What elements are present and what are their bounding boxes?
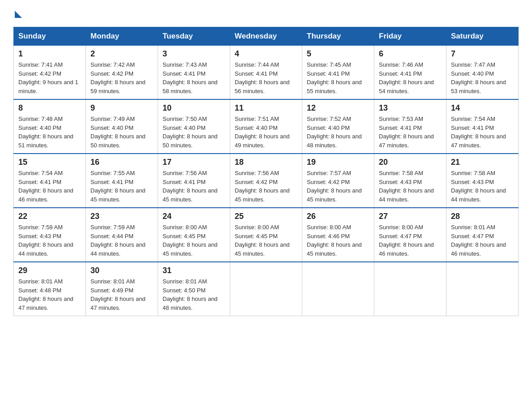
calendar-cell: 31Sunrise: 8:01 AMSunset: 4:50 PMDayligh… [158, 262, 230, 316]
day-info: Sunrise: 7:50 AMSunset: 4:40 PMDaylight:… [163, 115, 225, 150]
column-header-friday: Friday [374, 27, 446, 46]
day-info: Sunrise: 7:59 AMSunset: 4:43 PMDaylight:… [18, 223, 81, 258]
day-info: Sunrise: 7:53 AMSunset: 4:41 PMDaylight:… [379, 115, 442, 150]
day-number: 20 [379, 158, 442, 167]
calendar-cell: 1Sunrise: 7:41 AMSunset: 4:42 PMDaylight… [14, 46, 86, 100]
day-number: 9 [90, 103, 153, 113]
day-info: Sunrise: 7:54 AMSunset: 4:41 PMDaylight:… [18, 169, 81, 204]
day-number: 13 [379, 103, 442, 113]
calendar-cell: 9Sunrise: 7:49 AMSunset: 4:40 PMDaylight… [86, 99, 158, 154]
day-info: Sunrise: 7:44 AMSunset: 4:41 PMDaylight:… [235, 60, 297, 95]
day-number: 4 [235, 49, 297, 59]
day-number: 19 [307, 158, 369, 167]
day-number: 25 [235, 212, 297, 221]
calendar-cell: 6Sunrise: 7:46 AMSunset: 4:41 PMDaylight… [374, 46, 446, 100]
day-number: 14 [451, 103, 514, 113]
calendar-cell: 16Sunrise: 7:55 AMSunset: 4:41 PMDayligh… [86, 154, 158, 208]
day-number: 6 [379, 49, 442, 59]
day-info: Sunrise: 7:56 AMSunset: 4:41 PMDaylight:… [163, 169, 225, 204]
calendar-cell: 11Sunrise: 7:51 AMSunset: 4:40 PMDayligh… [230, 99, 302, 154]
day-number: 7 [451, 49, 514, 59]
calendar-cell [230, 262, 302, 316]
day-number: 15 [18, 158, 81, 167]
column-header-wednesday: Wednesday [230, 27, 302, 46]
day-number: 17 [163, 158, 225, 167]
column-header-monday: Monday [86, 27, 158, 46]
day-number: 8 [18, 103, 81, 113]
day-info: Sunrise: 7:55 AMSunset: 4:41 PMDaylight:… [90, 169, 153, 204]
calendar-cell: 21Sunrise: 7:58 AMSunset: 4:43 PMDayligh… [446, 154, 519, 208]
day-number: 22 [18, 212, 81, 221]
day-info: Sunrise: 7:48 AMSunset: 4:40 PMDaylight:… [18, 115, 81, 150]
calendar-cell: 18Sunrise: 7:56 AMSunset: 4:42 PMDayligh… [230, 154, 302, 208]
day-info: Sunrise: 7:59 AMSunset: 4:44 PMDaylight:… [90, 223, 153, 258]
logo [13, 9, 22, 18]
page-header [13, 9, 519, 18]
day-info: Sunrise: 8:01 AMSunset: 4:48 PMDaylight:… [18, 277, 81, 312]
day-info: Sunrise: 7:52 AMSunset: 4:40 PMDaylight:… [307, 115, 369, 150]
logo-arrow-icon [15, 11, 22, 18]
calendar-cell: 14Sunrise: 7:54 AMSunset: 4:41 PMDayligh… [446, 99, 519, 154]
calendar-cell: 24Sunrise: 8:00 AMSunset: 4:45 PMDayligh… [158, 208, 230, 262]
column-header-saturday: Saturday [446, 27, 519, 46]
calendar-cell [302, 262, 374, 316]
calendar-cell: 13Sunrise: 7:53 AMSunset: 4:41 PMDayligh… [374, 99, 446, 154]
day-info: Sunrise: 7:58 AMSunset: 4:43 PMDaylight:… [379, 169, 442, 204]
day-number: 12 [307, 103, 369, 113]
day-number: 28 [451, 212, 514, 221]
calendar-cell: 10Sunrise: 7:50 AMSunset: 4:40 PMDayligh… [158, 99, 230, 154]
calendar-cell: 19Sunrise: 7:57 AMSunset: 4:42 PMDayligh… [302, 154, 374, 208]
day-number: 24 [163, 212, 225, 221]
column-header-sunday: Sunday [14, 27, 86, 46]
day-number: 30 [90, 266, 153, 275]
calendar-table: SundayMondayTuesdayWednesdayThursdayFrid… [13, 27, 519, 316]
day-info: Sunrise: 7:49 AMSunset: 4:40 PMDaylight:… [90, 115, 153, 150]
day-number: 11 [235, 103, 297, 113]
day-info: Sunrise: 7:46 AMSunset: 4:41 PMDaylight:… [379, 60, 442, 95]
calendar-cell: 4Sunrise: 7:44 AMSunset: 4:41 PMDaylight… [230, 46, 302, 100]
calendar-cell: 27Sunrise: 8:00 AMSunset: 4:47 PMDayligh… [374, 208, 446, 262]
calendar-cell: 8Sunrise: 7:48 AMSunset: 4:40 PMDaylight… [14, 99, 86, 154]
day-info: Sunrise: 7:43 AMSunset: 4:41 PMDaylight:… [163, 60, 225, 95]
day-number: 10 [163, 103, 225, 113]
day-info: Sunrise: 7:54 AMSunset: 4:41 PMDaylight:… [451, 115, 514, 150]
day-number: 26 [307, 212, 369, 221]
calendar-cell: 17Sunrise: 7:56 AMSunset: 4:41 PMDayligh… [158, 154, 230, 208]
day-info: Sunrise: 7:42 AMSunset: 4:42 PMDaylight:… [90, 60, 153, 95]
column-header-thursday: Thursday [302, 27, 374, 46]
day-info: Sunrise: 8:00 AMSunset: 4:46 PMDaylight:… [307, 223, 369, 258]
day-number: 27 [379, 212, 442, 221]
day-info: Sunrise: 7:47 AMSunset: 4:40 PMDaylight:… [451, 60, 514, 95]
day-info: Sunrise: 7:51 AMSunset: 4:40 PMDaylight:… [235, 115, 297, 150]
column-header-tuesday: Tuesday [158, 27, 230, 46]
day-info: Sunrise: 7:41 AMSunset: 4:42 PMDaylight:… [18, 60, 81, 95]
calendar-cell: 25Sunrise: 8:00 AMSunset: 4:45 PMDayligh… [230, 208, 302, 262]
calendar-cell: 5Sunrise: 7:45 AMSunset: 4:41 PMDaylight… [302, 46, 374, 100]
day-number: 3 [163, 49, 225, 59]
calendar-cell [374, 262, 446, 316]
calendar-cell: 23Sunrise: 7:59 AMSunset: 4:44 PMDayligh… [86, 208, 158, 262]
calendar-cell: 20Sunrise: 7:58 AMSunset: 4:43 PMDayligh… [374, 154, 446, 208]
day-info: Sunrise: 8:01 AMSunset: 4:50 PMDaylight:… [163, 277, 225, 312]
day-info: Sunrise: 8:00 AMSunset: 4:45 PMDaylight:… [235, 223, 297, 258]
day-number: 16 [90, 158, 153, 167]
day-info: Sunrise: 7:57 AMSunset: 4:42 PMDaylight:… [307, 169, 369, 204]
day-info: Sunrise: 8:01 AMSunset: 4:47 PMDaylight:… [451, 223, 514, 258]
day-number: 18 [235, 158, 297, 167]
day-number: 21 [451, 158, 514, 167]
day-info: Sunrise: 7:58 AMSunset: 4:43 PMDaylight:… [451, 169, 514, 204]
calendar-cell: 12Sunrise: 7:52 AMSunset: 4:40 PMDayligh… [302, 99, 374, 154]
day-info: Sunrise: 8:00 AMSunset: 4:45 PMDaylight:… [163, 223, 225, 258]
calendar-cell: 2Sunrise: 7:42 AMSunset: 4:42 PMDaylight… [86, 46, 158, 100]
day-number: 31 [163, 266, 225, 275]
calendar-cell: 28Sunrise: 8:01 AMSunset: 4:47 PMDayligh… [446, 208, 519, 262]
calendar-cell: 15Sunrise: 7:54 AMSunset: 4:41 PMDayligh… [14, 154, 86, 208]
calendar-cell: 30Sunrise: 8:01 AMSunset: 4:49 PMDayligh… [86, 262, 158, 316]
calendar-cell: 7Sunrise: 7:47 AMSunset: 4:40 PMDaylight… [446, 46, 519, 100]
day-info: Sunrise: 7:45 AMSunset: 4:41 PMDaylight:… [307, 60, 369, 95]
calendar-cell: 29Sunrise: 8:01 AMSunset: 4:48 PMDayligh… [14, 262, 86, 316]
calendar-cell: 22Sunrise: 7:59 AMSunset: 4:43 PMDayligh… [14, 208, 86, 262]
day-number: 1 [18, 49, 81, 59]
day-info: Sunrise: 8:01 AMSunset: 4:49 PMDaylight:… [90, 277, 153, 312]
day-info: Sunrise: 7:56 AMSunset: 4:42 PMDaylight:… [235, 169, 297, 204]
